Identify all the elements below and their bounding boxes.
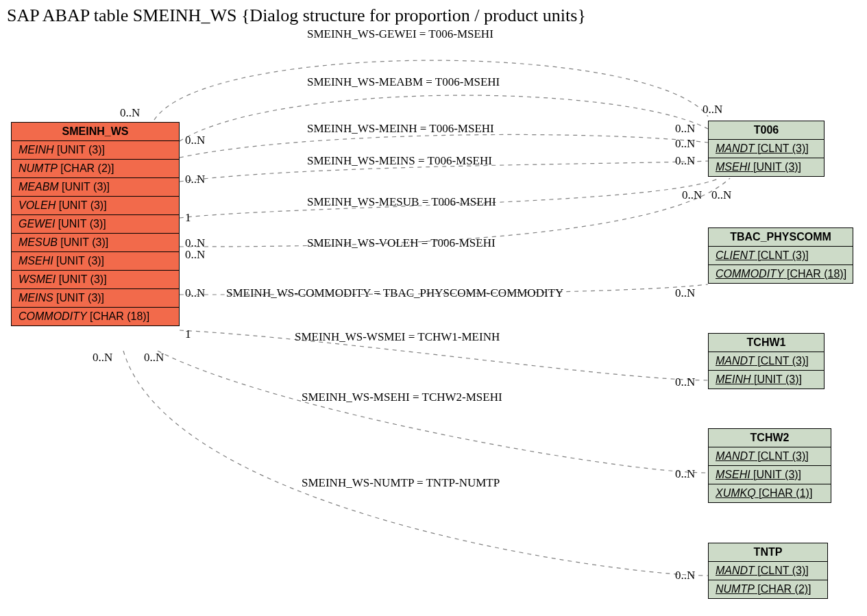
entity-header: TCHW2 — [709, 429, 831, 447]
field-row: MANDT [CLNT (3)] — [709, 447, 831, 466]
relation-label: SMEINH_WS-MEABM = T006-MSEHI — [307, 75, 500, 89]
field-row: WSMEI [UNIT (3)] — [12, 271, 179, 289]
cardinality-label: 0..N — [144, 351, 164, 365]
cardinality-label: 0..N — [185, 248, 205, 262]
diagram-title: SAP ABAP table SMEINH_WS {Dialog structu… — [7, 5, 586, 26]
relation-label: SMEINH_WS-NUMTP = TNTP-NUMTP — [302, 476, 500, 490]
field-row: MANDT [CLNT (3)] — [709, 352, 824, 371]
cardinality-label: 0..N — [185, 173, 205, 186]
cardinality-label: 0..N — [675, 467, 695, 481]
field-row: GEWEI [UNIT (3)] — [12, 215, 179, 234]
cardinality-label: 1 — [185, 211, 191, 225]
cardinality-label: 0..N — [675, 122, 695, 136]
cardinality-label: 0..N — [675, 569, 695, 582]
cardinality-label: 0..N — [675, 154, 695, 168]
entity-tbac-physcomm: TBAC_PHYSCOMM CLIENT [CLNT (3)] COMMODIT… — [708, 227, 853, 284]
field-row: CLIENT [CLNT (3)] — [709, 247, 853, 265]
field-row: NUMTP [CHAR (2)] — [12, 160, 179, 178]
relation-label: SMEINH_WS-MSEHI = TCHW2-MSEHI — [302, 391, 502, 404]
entity-header: T006 — [709, 121, 824, 140]
cardinality-label: 0..N — [682, 188, 702, 202]
entity-header: TCHW1 — [709, 334, 824, 352]
entity-smeinh-ws: SMEINH_WS MEINH [UNIT (3)] NUMTP [CHAR (… — [11, 122, 180, 326]
entity-header: SMEINH_WS — [12, 123, 179, 141]
cardinality-label: 0..N — [675, 286, 695, 300]
field-row: MEINS [UNIT (3)] — [12, 289, 179, 308]
cardinality-label: 0..N — [120, 106, 140, 120]
field-row: MEINH [UNIT (3)] — [12, 141, 179, 160]
field-row: MSEHI [UNIT (3)] — [709, 466, 831, 484]
cardinality-label: 0..N — [675, 137, 695, 151]
entity-t006: T006 MANDT [CLNT (3)] MSEHI [UNIT (3)] — [708, 121, 825, 177]
field-row: XUMKQ [CHAR (1)] — [709, 484, 831, 502]
relation-label: SMEINH_WS-MEINH = T006-MSEHI — [307, 122, 494, 136]
field-row: VOLEH [UNIT (3)] — [12, 197, 179, 215]
relation-label: SMEINH_WS-MESUB = T006-MSEHI — [307, 195, 496, 209]
relation-label: SMEINH_WS-VOLEH = T006-MSEHI — [307, 236, 496, 250]
entity-tntp: TNTP MANDT [CLNT (3)] NUMTP [CHAR (2)] — [708, 543, 828, 599]
field-row: MANDT [CLNT (3)] — [709, 562, 827, 580]
field-row: MEABM [UNIT (3)] — [12, 178, 179, 197]
entity-header: TNTP — [709, 543, 827, 562]
relation-label: SMEINH_WS-COMMODITY = TBAC_PHYSCOMM-COMM… — [226, 286, 563, 300]
field-row: MANDT [CLNT (3)] — [709, 140, 824, 158]
relation-label: SMEINH_WS-WSMEI = TCHW1-MEINH — [295, 330, 500, 344]
field-row: MSEHI [UNIT (3)] — [709, 158, 824, 176]
cardinality-label: 0..N — [185, 286, 205, 300]
field-row: MSEHI [UNIT (3)] — [12, 252, 179, 271]
cardinality-label: 0..N — [93, 351, 112, 365]
entity-header: TBAC_PHYSCOMM — [709, 228, 853, 247]
cardinality-label: 0..N — [703, 103, 722, 116]
entity-tchw2: TCHW2 MANDT [CLNT (3)] MSEHI [UNIT (3)] … — [708, 428, 831, 503]
field-row: MESUB [UNIT (3)] — [12, 234, 179, 252]
cardinality-label: 1 — [185, 328, 191, 341]
entity-tchw1: TCHW1 MANDT [CLNT (3)] MEINH [UNIT (3)] — [708, 333, 825, 389]
relation-label: SMEINH_WS-GEWEI = T006-MSEHI — [307, 27, 493, 41]
field-row: COMMODITY [CHAR (18)] — [709, 265, 853, 283]
relation-label: SMEINH_WS-MEINS = T006-MSEHI — [307, 154, 492, 168]
field-row: NUMTP [CHAR (2)] — [709, 580, 827, 598]
field-row: COMMODITY [CHAR (18)] — [12, 308, 179, 325]
cardinality-label: 0..N — [711, 188, 731, 202]
cardinality-label: 0..N — [675, 375, 695, 389]
cardinality-label: 0..N — [185, 134, 205, 147]
field-row: MEINH [UNIT (3)] — [709, 371, 824, 389]
